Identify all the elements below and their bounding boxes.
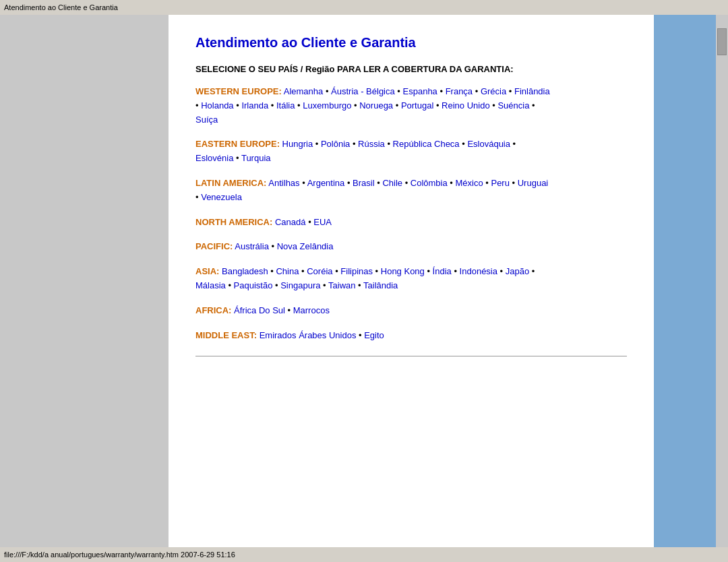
region-label-asia: ASIA: (195, 266, 219, 276)
link-nova-zelandia[interactable]: Nova Zelândia (277, 241, 334, 251)
link-coreia[interactable]: Coréia (307, 266, 332, 276)
link-italia[interactable]: Itália (276, 100, 295, 111)
link-russia[interactable]: Rússia (358, 139, 385, 149)
page-subtitle: SELECIONE O SEU PAÍS / Região PARA LER A… (195, 64, 627, 74)
link-colombia[interactable]: Colômbia (411, 178, 448, 188)
link-tailandia[interactable]: Tailândia (363, 280, 398, 290)
link-peru[interactable]: Peru (491, 178, 509, 188)
region-content-pacific: Austrália • Nova Zelândia (235, 241, 333, 251)
page-divider (195, 356, 627, 356)
link-taiwan[interactable]: Taiwan (328, 280, 355, 290)
link-finlandia[interactable]: Finlândia (514, 86, 550, 96)
region-africa: AFRICA: África Do Sul • Marrocos (195, 304, 627, 318)
link-marrocos[interactable]: Marrocos (293, 305, 330, 315)
link-portugal[interactable]: Portugal (401, 100, 433, 111)
region-label-latin-america: LATIN AMERICA: (195, 178, 266, 188)
link-japao[interactable]: Japão (506, 266, 529, 276)
link-indonesia[interactable]: Indonésia (460, 266, 497, 276)
page-title: Atendimento ao Cliente e Garantia (195, 35, 627, 51)
scrollbar[interactable] (716, 15, 728, 547)
link-eslovenia[interactable]: Eslovénia (195, 153, 233, 163)
link-suencia[interactable]: Suéncia (497, 100, 529, 111)
link-polonia[interactable]: Polônia (321, 139, 350, 149)
region-pacific: PACIFIC: Austrália • Nova Zelândia (195, 240, 627, 254)
region-western-europe: WESTERN EUROPE: Alemanha • Áustria - Bél… (195, 85, 627, 127)
link-uruguai[interactable]: Uruguai (518, 178, 549, 188)
link-india[interactable]: Índia (433, 266, 452, 276)
link-antilhas[interactable]: Antilhas (268, 178, 299, 188)
browser-content: Atendimento ao Cliente e Garantia SELECI… (0, 15, 728, 547)
link-argentina[interactable]: Argentina (307, 178, 345, 188)
region-content-north-america: Canadá • EUA (275, 217, 332, 227)
link-canada[interactable]: Canadá (275, 217, 306, 227)
region-label-western-europe: WESTERN EUROPE: (195, 86, 282, 96)
title-bar: Atendimento ao Cliente e Garantia (0, 0, 728, 15)
region-latin-america: LATIN AMERICA: Antilhas • Argentina • Br… (195, 177, 627, 205)
link-turquia[interactable]: Turquia (241, 153, 271, 163)
right-sidebar (654, 15, 728, 547)
link-luxemburgo[interactable]: Luxemburgo (303, 100, 351, 111)
link-chile[interactable]: Chile (382, 178, 402, 188)
link-holanda[interactable]: Holanda (201, 100, 233, 111)
link-mexico[interactable]: México (456, 178, 483, 188)
scrollbar-thumb[interactable] (717, 28, 727, 55)
link-egito[interactable]: Egito (364, 330, 384, 340)
link-malasia[interactable]: Málasia (195, 280, 226, 290)
link-china[interactable]: China (276, 266, 299, 276)
region-content-asia: Bangladesh • China • Coréia • Filipinas … (195, 266, 535, 290)
region-label-africa: AFRICA: (195, 305, 231, 315)
link-singapura[interactable]: Singapura (280, 280, 320, 290)
link-reino-unido[interactable]: Reino Unido (442, 100, 490, 111)
link-paquistao[interactable]: Paquistão (234, 280, 273, 290)
link-noruega[interactable]: Noruega (359, 100, 393, 111)
link-hungria[interactable]: Hungria (282, 139, 313, 149)
link-espanha[interactable]: Espanha (403, 86, 437, 96)
region-label-pacific: PACIFIC: (195, 241, 233, 251)
region-label-middle-east: MIDDLE EAST: (195, 330, 257, 340)
link-eslovaquia[interactable]: Eslováquia (467, 139, 510, 149)
region-middle-east: MIDDLE EAST: Emirados Árabes Unidos • Eg… (195, 329, 627, 343)
link-venezuela[interactable]: Venezuela (201, 192, 242, 202)
link-grecia[interactable]: Grécia (481, 86, 506, 96)
region-asia: ASIA: Bangladesh • China • Coréia • Fili… (195, 265, 627, 293)
link-brasil[interactable]: Brasil (353, 178, 375, 188)
link-alemanha[interactable]: Alemanha (284, 86, 324, 96)
link-irlanda[interactable]: Irlanda (241, 100, 268, 111)
status-bar: file:///F:/kdd/a anual/portugues/warrant… (0, 547, 728, 562)
link-republica-checa[interactable]: República Checa (393, 139, 460, 149)
link-franca[interactable]: França (446, 86, 473, 96)
status-bar-text: file:///F:/kdd/a anual/portugues/warrant… (4, 551, 235, 559)
region-eastern-europe: EASTERN EUROPE: Hungria • Polônia • Rúss… (195, 137, 627, 166)
link-australia[interactable]: Austrália (235, 241, 269, 251)
left-sidebar (0, 15, 169, 547)
link-austria-belgica[interactable]: Áustria - Bélgica (331, 86, 395, 96)
link-hong-kong[interactable]: Hong Kong (381, 266, 425, 276)
link-suica[interactable]: Suíça (195, 115, 218, 125)
region-label-north-america: NORTH AMERICA: (195, 217, 272, 227)
link-eua[interactable]: EUA (313, 217, 332, 227)
title-bar-text: Atendimento ao Cliente e Garantia (4, 3, 118, 11)
link-africa-do-sul[interactable]: África Do Sul (234, 305, 285, 315)
link-filipinas[interactable]: Filipinas (340, 266, 373, 276)
main-content: Atendimento ao Cliente e Garantia SELECI… (169, 15, 654, 547)
link-bangladesh[interactable]: Bangladesh (222, 266, 268, 276)
region-content-africa: África Do Sul • Marrocos (234, 305, 330, 315)
region-north-america: NORTH AMERICA: Canadá • EUA (195, 216, 627, 230)
link-emirados[interactable]: Emirados Árabes Unidos (260, 330, 357, 340)
region-label-eastern-europe: EASTERN EUROPE: (195, 139, 280, 149)
region-content-middle-east: Emirados Árabes Unidos • Egito (260, 330, 384, 340)
